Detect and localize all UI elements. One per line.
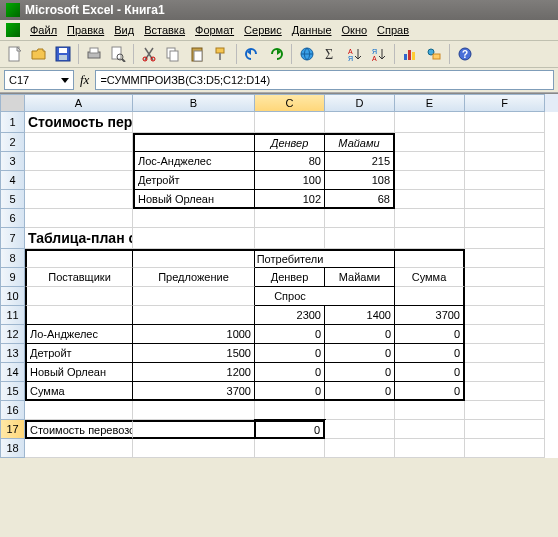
cell[interactable]: Новый Орлеан [133, 190, 255, 209]
cell[interactable] [25, 133, 133, 152]
row-header[interactable]: 13 [0, 344, 25, 363]
cell[interactable] [465, 401, 545, 420]
cell[interactable]: 0 [325, 363, 395, 382]
cell[interactable] [395, 420, 465, 439]
cell[interactable] [465, 190, 545, 209]
cell[interactable] [395, 209, 465, 228]
cell[interactable]: 3700 [395, 306, 465, 325]
undo-icon[interactable] [241, 43, 263, 65]
select-all-corner[interactable] [0, 94, 25, 112]
cell[interactable] [25, 439, 133, 458]
cell[interactable] [465, 306, 545, 325]
cell[interactable]: Лос-Анджелес [133, 152, 255, 171]
menu-data[interactable]: Данные [292, 24, 332, 36]
cell[interactable]: 0 [395, 325, 465, 344]
cell[interactable] [133, 249, 255, 268]
cell[interactable]: Детройт [133, 171, 255, 190]
cell[interactable]: 1400 [325, 306, 395, 325]
cell[interactable] [133, 401, 255, 420]
cell[interactable] [465, 152, 545, 171]
cell[interactable] [465, 420, 545, 439]
row-header[interactable]: 4 [0, 171, 25, 190]
print-icon[interactable] [83, 43, 105, 65]
cell[interactable]: 0 [395, 363, 465, 382]
menu-format[interactable]: Формат [195, 24, 234, 36]
cell[interactable] [325, 401, 395, 420]
cell[interactable] [465, 209, 545, 228]
cell[interactable] [465, 171, 545, 190]
new-icon[interactable] [4, 43, 26, 65]
cell[interactable]: Сумма [25, 382, 133, 401]
cell[interactable] [325, 287, 395, 306]
cell[interactable]: Сумма [395, 268, 465, 287]
cell[interactable] [25, 152, 133, 171]
cell[interactable]: Майами [325, 268, 395, 287]
cell[interactable] [25, 306, 133, 325]
chart-wizard-icon[interactable] [399, 43, 421, 65]
menu-insert[interactable]: Вставка [144, 24, 185, 36]
cell[interactable] [325, 249, 395, 268]
cell[interactable]: 0 [255, 382, 325, 401]
cell[interactable]: Стоимость перевозок, $ [25, 420, 133, 439]
row-header[interactable]: 8 [0, 249, 25, 268]
cell[interactable]: Таблица-план оптимального закрепления [25, 228, 133, 249]
cell[interactable] [133, 228, 255, 249]
cell[interactable]: 3700 [133, 382, 255, 401]
cell[interactable] [465, 344, 545, 363]
cell[interactable] [25, 190, 133, 209]
cell[interactable] [325, 420, 395, 439]
cell[interactable] [395, 439, 465, 458]
cut-icon[interactable] [138, 43, 160, 65]
cell[interactable] [133, 439, 255, 458]
format-painter-icon[interactable] [210, 43, 232, 65]
row-header[interactable]: 2 [0, 133, 25, 152]
cell[interactable] [325, 439, 395, 458]
cell[interactable]: 1000 [133, 325, 255, 344]
cell[interactable]: 100 [255, 171, 325, 190]
open-icon[interactable] [28, 43, 50, 65]
formula-input[interactable]: =СУММПРОИЗВ(C3:D5;C12:D14) [95, 70, 554, 90]
cell[interactable]: 0 [255, 344, 325, 363]
cell[interactable] [133, 287, 255, 306]
col-header-f[interactable]: F [465, 94, 545, 112]
cell[interactable]: 0 [395, 382, 465, 401]
cell[interactable] [465, 439, 545, 458]
cell[interactable]: 215 [325, 152, 395, 171]
cell[interactable]: Ло-Анджелес [25, 325, 133, 344]
cell[interactable] [255, 228, 325, 249]
cell[interactable]: Детройт [25, 344, 133, 363]
menu-view[interactable]: Вид [114, 24, 134, 36]
cell[interactable]: Поставщики [25, 268, 133, 287]
cell[interactable] [465, 325, 545, 344]
save-icon[interactable] [52, 43, 74, 65]
cell[interactable]: 0 [325, 325, 395, 344]
row-header[interactable]: 16 [0, 401, 25, 420]
cell[interactable]: Потребители [255, 249, 325, 268]
cell[interactable] [395, 112, 465, 133]
cell[interactable] [255, 401, 325, 420]
print-preview-icon[interactable] [107, 43, 129, 65]
cell[interactable]: Денвер [255, 133, 325, 152]
cell[interactable] [133, 112, 255, 133]
row-header[interactable]: 15 [0, 382, 25, 401]
cell[interactable]: 1500 [133, 344, 255, 363]
col-header-a[interactable]: A [25, 94, 133, 112]
cell[interactable]: Новый Орлеан [25, 363, 133, 382]
row-header[interactable]: 18 [0, 439, 25, 458]
cell[interactable] [465, 363, 545, 382]
cell[interactable]: 0 [395, 344, 465, 363]
cell[interactable] [25, 249, 133, 268]
chevron-down-icon[interactable] [61, 78, 69, 83]
cell[interactable] [465, 249, 545, 268]
cell[interactable] [465, 287, 545, 306]
cell[interactable] [465, 268, 545, 287]
cell[interactable]: 80 [255, 152, 325, 171]
cell[interactable] [133, 306, 255, 325]
paste-icon[interactable] [186, 43, 208, 65]
name-box[interactable]: C17 [4, 70, 74, 90]
cell[interactable]: 102 [255, 190, 325, 209]
cell[interactable] [395, 133, 465, 152]
cell[interactable]: 2300 [255, 306, 325, 325]
cell[interactable] [255, 439, 325, 458]
menu-window[interactable]: Окно [342, 24, 368, 36]
